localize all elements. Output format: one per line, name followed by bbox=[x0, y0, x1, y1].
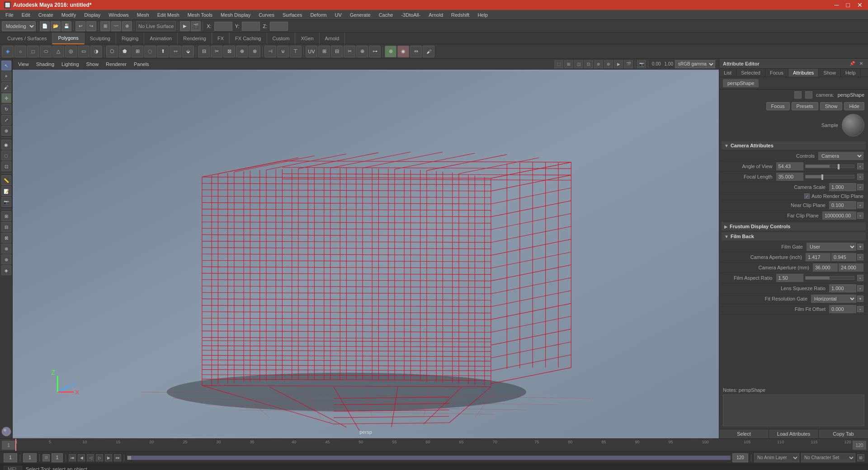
tool-disc[interactable]: ◑ bbox=[90, 46, 102, 57]
new-btn[interactable]: 📄 bbox=[40, 21, 50, 31]
auto-render-check[interactable] bbox=[804, 193, 810, 199]
tab-rigging[interactable]: Rigging bbox=[116, 33, 144, 44]
viewport-canvas[interactable]: Y X Z persp bbox=[13, 70, 719, 438]
tool-layout[interactable]: ⊟ bbox=[331, 46, 343, 57]
tool-history6[interactable]: ◈ bbox=[1, 265, 11, 275]
tab-xgen[interactable]: XGen bbox=[295, 33, 319, 44]
focal-length-input[interactable] bbox=[776, 173, 803, 181]
vp-icon7[interactable]: ▶ bbox=[614, 60, 623, 68]
presets-btn[interactable]: Presets bbox=[792, 102, 818, 110]
snap-curve-btn[interactable]: 〰 bbox=[111, 21, 121, 31]
tool-unfold[interactable]: ⊞ bbox=[318, 46, 330, 57]
far-clip-reset[interactable]: ▪ bbox=[857, 212, 863, 219]
tool-snap-vert[interactable]: ⊕ bbox=[385, 46, 396, 57]
tool-paint-sel[interactable]: 🖌 bbox=[1, 82, 11, 92]
timeline[interactable]: 1 1 5 10 15 20 25 30 35 40 45 50 55 60 6… bbox=[0, 438, 868, 451]
attr-tab-attributes[interactable]: Attributes bbox=[788, 69, 819, 77]
menu-cache[interactable]: Cache bbox=[375, 11, 397, 19]
tool-annotation[interactable]: 📝 bbox=[1, 186, 11, 196]
anim-layer-dropdown[interactable]: No Anim Layer bbox=[754, 453, 799, 462]
tab-curves-surfaces[interactable]: Curves / Surfaces bbox=[2, 33, 52, 44]
snap-point-btn[interactable]: ⊕ bbox=[122, 21, 132, 31]
menu-uv[interactable]: UV bbox=[331, 11, 345, 19]
tool-boolean[interactable]: ⊌ bbox=[277, 46, 289, 57]
x-input[interactable] bbox=[214, 22, 232, 31]
tool-straighten[interactable]: ⊶ bbox=[369, 46, 381, 57]
menu-3dto[interactable]: -3DtoAll- bbox=[397, 11, 424, 19]
minimize-btn[interactable]: ─ bbox=[833, 1, 841, 9]
timeline-ruler[interactable]: 1 5 10 15 20 25 30 35 40 45 50 55 60 65 … bbox=[15, 439, 853, 451]
cam-apt-inch-v1[interactable] bbox=[806, 253, 830, 261]
show-menu[interactable]: Show bbox=[85, 61, 101, 68]
attr-tab-focus[interactable]: Focus bbox=[765, 69, 788, 77]
undo-btn[interactable]: ↩ bbox=[75, 21, 85, 31]
snap-grid-btn[interactable]: ⊞ bbox=[100, 21, 110, 31]
menu-create[interactable]: Create bbox=[35, 11, 57, 19]
tool-sphere[interactable]: ○ bbox=[14, 46, 26, 57]
tool-plane[interactable]: ▭ bbox=[78, 46, 90, 57]
tool-scale[interactable]: ⤢ bbox=[1, 115, 11, 125]
tab-rendering[interactable]: Rendering bbox=[178, 33, 212, 44]
menu-edit[interactable]: Edit bbox=[18, 11, 34, 19]
cam-apt-inch-reset[interactable]: ▪ bbox=[857, 254, 863, 260]
load-attrs-btn[interactable]: Load Attributes bbox=[769, 429, 819, 438]
tool-torus[interactable]: ◎ bbox=[65, 46, 77, 57]
tool-cube[interactable]: □ bbox=[27, 46, 39, 57]
tool-paint[interactable]: 🖌 bbox=[423, 46, 434, 57]
menu-windows[interactable]: Windows bbox=[105, 11, 132, 19]
corner-btn-tr[interactable] bbox=[805, 91, 812, 99]
controls-dropdown[interactable]: Camera bbox=[818, 152, 863, 160]
vp-icon5[interactable]: ⊗ bbox=[594, 60, 603, 68]
tool-sculpt-brush[interactable]: ◌ bbox=[1, 150, 11, 160]
vp-icon2[interactable]: ⊞ bbox=[564, 60, 573, 68]
range-slider[interactable] bbox=[127, 456, 731, 460]
close-btn[interactable]: ✕ bbox=[855, 1, 864, 9]
tool-show-manip[interactable]: ⊡ bbox=[1, 161, 11, 171]
range-end-input[interactable] bbox=[732, 453, 748, 462]
tool-soft-mod[interactable]: ◉ bbox=[1, 140, 11, 150]
film-fit-offset-input[interactable] bbox=[829, 305, 856, 313]
angle-reset-btn[interactable]: ▪ bbox=[857, 163, 863, 169]
attr-tab-selected[interactable]: Selected bbox=[736, 69, 765, 77]
attr-editor-close[interactable]: ✕ bbox=[858, 61, 864, 66]
camera-scale-reset[interactable]: ▪ bbox=[857, 184, 863, 190]
film-back-header[interactable]: ▼ Film Back bbox=[721, 232, 866, 241]
lens-squeeze-reset[interactable]: ▪ bbox=[857, 285, 863, 291]
menu-redshift[interactable]: Redshift bbox=[448, 11, 473, 19]
cam-apt-inch-v2[interactable] bbox=[831, 253, 856, 261]
show-btn[interactable]: Show bbox=[820, 102, 843, 110]
play-back-btn[interactable]: ◁ bbox=[87, 454, 94, 461]
redo-btn[interactable]: ↪ bbox=[86, 21, 96, 31]
tool-history2[interactable]: ⊟ bbox=[1, 222, 11, 232]
menu-mesh[interactable]: Mesh bbox=[133, 11, 153, 19]
vp-icon6[interactable]: ⊕ bbox=[604, 60, 613, 68]
menu-curves[interactable]: Curves bbox=[255, 11, 278, 19]
near-clip-reset[interactable]: ▪ bbox=[857, 202, 863, 208]
tool-separate[interactable]: ⊤ bbox=[290, 46, 302, 57]
tool-universal[interactable]: ⊕ bbox=[1, 126, 11, 136]
tool-sew-uv[interactable]: ⊕ bbox=[356, 46, 368, 57]
menu-modify[interactable]: Modify bbox=[58, 11, 80, 19]
vp-icon8[interactable]: 🎬 bbox=[624, 60, 633, 68]
camera-attributes-header[interactable]: ▼ Camera Attributes bbox=[721, 141, 866, 150]
open-btn[interactable]: 📂 bbox=[51, 21, 61, 31]
menu-arnold[interactable]: Arnold bbox=[425, 11, 447, 19]
menu-deform[interactable]: Deform bbox=[307, 11, 330, 19]
panels-menu[interactable]: Panels bbox=[132, 61, 151, 68]
menu-mesh-tools[interactable]: Mesh Tools bbox=[184, 11, 216, 19]
lighting-menu[interactable]: Lighting bbox=[60, 61, 81, 68]
ipr-btn[interactable]: 🎬 bbox=[191, 21, 201, 31]
tool-subdiv[interactable]: ⬡ bbox=[106, 46, 118, 57]
maximize-btn[interactable]: □ bbox=[844, 1, 852, 9]
current-frame-input[interactable] bbox=[23, 453, 37, 462]
render-btn[interactable]: ▶ bbox=[180, 21, 190, 31]
tool-collapse[interactable]: ⊗ bbox=[249, 46, 260, 57]
attr-editor-pin[interactable]: 📌 bbox=[848, 61, 856, 66]
menu-mesh-display[interactable]: Mesh Display bbox=[217, 11, 254, 19]
menu-file[interactable]: File bbox=[2, 11, 17, 19]
goto-start-btn[interactable]: ⏮ bbox=[69, 454, 76, 461]
next-frame-btn[interactable]: ▶ bbox=[105, 454, 112, 461]
vp-cam-icon[interactable]: 📷 bbox=[637, 60, 646, 68]
tool-select-arrow[interactable]: ↖ bbox=[1, 61, 11, 70]
mel-label[interactable]: MEL bbox=[4, 466, 22, 470]
